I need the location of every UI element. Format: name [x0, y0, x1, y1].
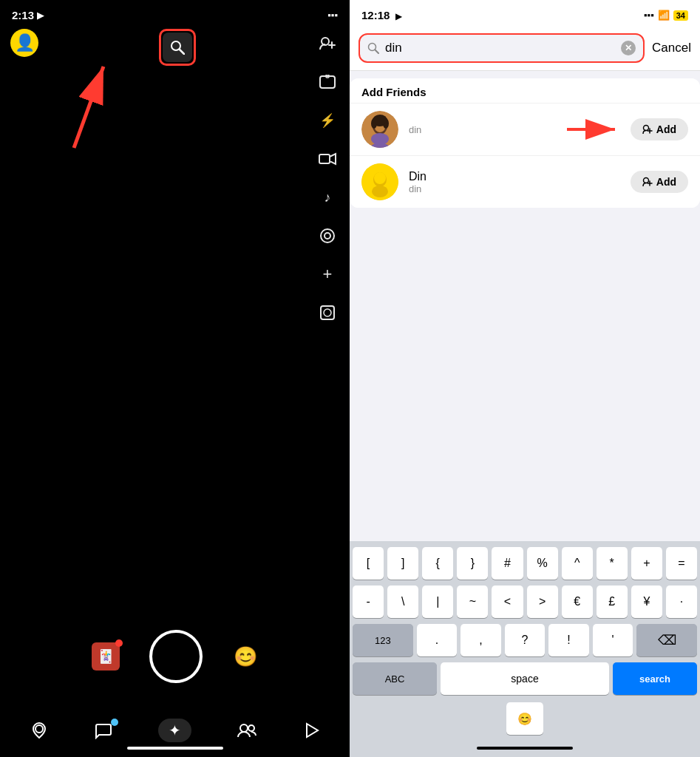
- svg-point-14: [35, 725, 43, 733]
- key-hash[interactable]: #: [492, 547, 523, 580]
- camera-bottom-controls: 🃏 😊: [0, 630, 350, 683]
- svg-line-19: [376, 50, 379, 54]
- friend-info-2: Din din: [409, 170, 620, 194]
- svg-rect-7: [319, 155, 330, 163]
- key-less[interactable]: <: [492, 585, 523, 618]
- cancel-button[interactable]: Cancel: [652, 41, 691, 55]
- key-brace-open[interactable]: {: [422, 547, 453, 580]
- key-pipe[interactable]: |: [422, 585, 453, 618]
- key-search[interactable]: search: [613, 662, 697, 695]
- key-dot[interactable]: ·: [666, 585, 697, 618]
- add-friend-button-1[interactable]: Add: [631, 118, 688, 140]
- search-bar-row: ✕ Cancel: [350, 26, 700, 71]
- key-brace-close[interactable]: }: [457, 547, 488, 580]
- key-exclaim[interactable]: !: [548, 624, 589, 656]
- nav-chat[interactable]: [95, 722, 112, 739]
- right-location-icon: ▶: [395, 12, 401, 21]
- key-caret[interactable]: ^: [562, 547, 593, 580]
- add-friend-button-2[interactable]: Add: [631, 171, 688, 193]
- battery-badge: 34: [673, 10, 688, 21]
- avatar-icon[interactable]: 👤: [10, 29, 38, 57]
- key-euro[interactable]: €: [562, 585, 593, 618]
- left-status-bar: 2:13 ▶ ▪▪▪: [0, 0, 350, 26]
- key-asterisk[interactable]: *: [597, 547, 628, 580]
- keyboard-row-4: ABC space search: [350, 659, 700, 698]
- key-pound[interactable]: £: [597, 585, 628, 618]
- svg-rect-26: [373, 117, 387, 124]
- svg-point-8: [321, 229, 334, 242]
- shutter-button[interactable]: [149, 630, 203, 683]
- key-space[interactable]: space: [441, 662, 609, 695]
- key-tilde[interactable]: ~: [457, 585, 488, 618]
- home-indicator-bar: [477, 747, 573, 750]
- key-plus[interactable]: +: [631, 547, 662, 580]
- avatar[interactable]: 👤: [10, 29, 38, 57]
- friend-username-2: din: [409, 183, 620, 194]
- camera-flip-icon[interactable]: [316, 70, 339, 94]
- svg-point-15: [240, 724, 248, 732]
- search-icon-right: [367, 42, 379, 54]
- svg-point-27: [371, 133, 389, 145]
- music-icon[interactable]: ♪: [316, 186, 339, 209]
- key-percent[interactable]: %: [527, 547, 558, 580]
- location-arrow-icon: ▶: [37, 10, 44, 21]
- keyboard-row-1: [ ] { } # % ^ * + =: [350, 541, 700, 583]
- key-minus[interactable]: -: [353, 585, 384, 618]
- add-friends-section: Add Friends: [350, 78, 700, 208]
- right-icons-column: ⚡ ♪ +: [316, 29, 339, 325]
- key-yen[interactable]: ¥: [631, 585, 662, 618]
- key-emoji[interactable]: 😊: [506, 702, 543, 735]
- emoji-icon[interactable]: 😊: [232, 643, 259, 670]
- key-period[interactable]: .: [417, 624, 458, 656]
- signal-bars-icon: ▪▪▪: [644, 10, 654, 21]
- bottom-navigation: ✦: [0, 719, 350, 742]
- right-status-bar: 12:18 ▶ ▪▪▪ 📶 34: [350, 0, 700, 26]
- home-indicator: [127, 742, 223, 753]
- key-bracket-close[interactable]: ]: [387, 547, 418, 580]
- red-arrow-add: [567, 115, 626, 144]
- red-arrow: [44, 30, 192, 177]
- friend-item-2: Din din Add: [350, 155, 700, 208]
- svg-point-16: [248, 725, 254, 731]
- friend-avatar-1: [361, 111, 398, 148]
- scan-icon[interactable]: [316, 301, 339, 325]
- key-greater[interactable]: >: [527, 585, 558, 618]
- avatar-yellow: [361, 163, 398, 200]
- svg-point-11: [324, 309, 331, 316]
- key-equals[interactable]: =: [666, 547, 697, 580]
- signal-icon: ▪▪▪: [327, 10, 338, 21]
- search-input[interactable]: [385, 41, 615, 55]
- key-backslash[interactable]: \: [387, 585, 418, 618]
- svg-line-13: [74, 67, 103, 148]
- clear-button[interactable]: ✕: [621, 41, 636, 55]
- left-panel: 2:13 ▶ ▪▪▪ 👤: [0, 0, 350, 757]
- svg-point-30: [643, 126, 648, 131]
- nav-location[interactable]: [30, 722, 48, 739]
- empty-area: [350, 208, 700, 541]
- key-delete[interactable]: ⌫: [636, 624, 697, 656]
- video-icon[interactable]: [316, 147, 339, 171]
- flash-off-icon[interactable]: ⚡: [316, 109, 339, 132]
- add-icon[interactable]: +: [316, 262, 339, 286]
- right-status-icons: ▪▪▪ 📶 34: [644, 10, 688, 21]
- keyboard-row-3: 123 . , ? ! ' ⌫: [350, 621, 700, 659]
- friend-item-1: din Add: [350, 103, 700, 155]
- key-abc[interactable]: ABC: [353, 662, 437, 695]
- right-time: 12:18 ▶: [361, 9, 401, 21]
- key-bracket-open[interactable]: [: [353, 547, 384, 580]
- nav-play[interactable]: [303, 722, 319, 739]
- search-input-wrapper[interactable]: ✕: [359, 33, 645, 63]
- key-question[interactable]: ?: [505, 624, 546, 656]
- friend-name-2: Din: [409, 170, 620, 183]
- left-status-right: ▪▪▪: [327, 10, 338, 21]
- svg-point-37: [643, 178, 648, 183]
- nav-friends[interactable]: [237, 722, 256, 739]
- key-comma[interactable]: ,: [461, 624, 501, 656]
- key-apostrophe[interactable]: ': [593, 624, 633, 656]
- wifi-icon: 📶: [658, 10, 670, 21]
- nav-snap[interactable]: ✦: [158, 719, 191, 742]
- stories-thumbnail[interactable]: 🃏: [92, 642, 120, 671]
- lens-icon[interactable]: [316, 224, 339, 248]
- key-123[interactable]: 123: [353, 624, 413, 656]
- add-friend-icon[interactable]: [316, 32, 339, 55]
